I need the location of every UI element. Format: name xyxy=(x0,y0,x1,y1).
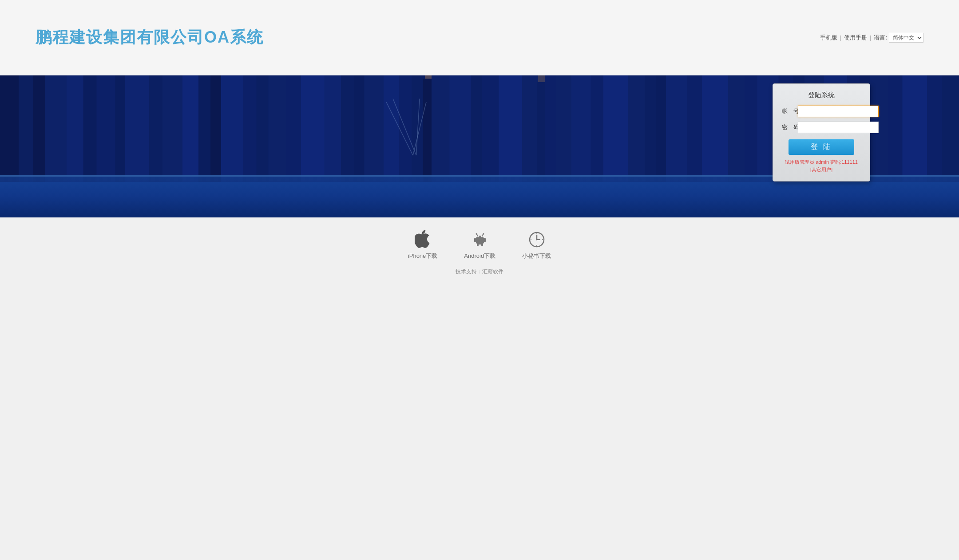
footer-downloads: iPhone下载 xyxy=(0,217,959,284)
android-icon xyxy=(472,232,488,248)
username-row: 帐 号 xyxy=(782,106,861,117)
svg-rect-36 xyxy=(522,75,538,182)
banner: 登陆系统 帐 号 密 码 登 陆 试用版管理员:admin 密码:111111 … xyxy=(0,75,959,217)
svg-point-96 xyxy=(477,236,479,237)
svg-rect-20 xyxy=(269,75,289,182)
top-bar: 鹏程建设集团有限公司OA系统 手机版 | 使用手册 | 语言: 简体中文 xyxy=(0,0,959,75)
iphone-icon-wrap xyxy=(413,230,432,249)
water xyxy=(0,175,959,217)
svg-rect-2 xyxy=(33,75,47,182)
svg-rect-0 xyxy=(0,75,20,182)
svg-rect-42 xyxy=(603,75,630,182)
username-input[interactable] xyxy=(798,106,879,117)
svg-rect-47 xyxy=(687,75,704,182)
secretary-icon-wrap xyxy=(527,230,547,249)
svg-rect-34 xyxy=(482,75,501,182)
svg-rect-4 xyxy=(67,75,85,182)
svg-rect-3 xyxy=(45,75,69,182)
tech-support: 技术支持：汇薪软件 xyxy=(0,268,959,276)
clock-icon xyxy=(529,232,545,248)
svg-rect-1 xyxy=(19,75,36,182)
svg-point-93 xyxy=(476,233,477,235)
svg-rect-32 xyxy=(450,75,473,182)
login-title: 登陆系统 xyxy=(782,91,861,99)
download-icons-container: iPhone下载 xyxy=(0,230,959,260)
svg-rect-40 xyxy=(571,75,593,182)
svg-rect-95 xyxy=(476,238,484,244)
svg-rect-46 xyxy=(666,75,690,182)
svg-rect-49 xyxy=(728,75,747,182)
svg-point-94 xyxy=(483,233,484,235)
iphone-download[interactable]: iPhone下载 xyxy=(408,230,437,260)
secretary-download-label: 小秘书下载 xyxy=(522,252,551,260)
apple-icon xyxy=(415,230,431,249)
svg-rect-28 xyxy=(399,75,414,182)
svg-rect-11 xyxy=(162,75,184,182)
svg-rect-6 xyxy=(83,75,98,182)
svg-rect-9 xyxy=(125,75,151,182)
svg-rect-39 xyxy=(556,75,573,182)
svg-rect-21 xyxy=(286,75,303,182)
sep1: | xyxy=(840,34,841,41)
svg-rect-23 xyxy=(325,75,343,182)
lang-label: 语言: xyxy=(874,34,887,42)
svg-rect-27 xyxy=(384,75,401,182)
top-nav: 手机版 | 使用手册 | 语言: 简体中文 xyxy=(820,33,923,43)
password-row: 密 码 xyxy=(782,122,861,133)
svg-rect-60 xyxy=(903,75,929,182)
svg-rect-13 xyxy=(198,75,212,182)
svg-rect-98 xyxy=(474,238,476,242)
iphone-download-label: iPhone下载 xyxy=(408,252,437,260)
svg-rect-10 xyxy=(149,75,164,182)
svg-rect-19 xyxy=(257,75,270,182)
svg-rect-26 xyxy=(365,75,386,182)
svg-rect-22 xyxy=(301,75,326,182)
sep2: | xyxy=(870,34,871,41)
android-download-label: Android下载 xyxy=(464,252,495,260)
password-input[interactable] xyxy=(798,122,879,133)
svg-rect-48 xyxy=(702,75,730,182)
svg-rect-14 xyxy=(210,75,222,182)
login-button[interactable]: 登 陆 xyxy=(789,139,854,155)
svg-rect-7 xyxy=(97,75,117,182)
mobile-link[interactable]: 手机版 xyxy=(820,34,837,42)
svg-rect-50 xyxy=(745,75,759,182)
svg-rect-18 xyxy=(243,75,258,182)
svg-rect-31 xyxy=(432,75,452,182)
svg-rect-41 xyxy=(591,75,606,182)
svg-rect-101 xyxy=(481,243,483,246)
svg-point-97 xyxy=(481,236,482,237)
login-btn-row: 登 陆 xyxy=(782,139,861,155)
svg-rect-12 xyxy=(182,75,200,182)
password-label: 密 码 xyxy=(782,123,798,131)
manual-link[interactable]: 使用手册 xyxy=(844,34,867,42)
android-download[interactable]: Android下载 xyxy=(464,230,495,260)
svg-rect-43 xyxy=(628,75,647,182)
android-icon-wrap xyxy=(470,230,490,249)
svg-rect-35 xyxy=(499,75,524,182)
svg-rect-15 xyxy=(221,75,245,182)
svg-rect-99 xyxy=(484,238,486,242)
secretary-download[interactable]: 小秘书下载 xyxy=(522,230,551,260)
svg-rect-100 xyxy=(477,243,479,246)
login-hint: 试用版管理员:admin 密码:111111 [其它用户] xyxy=(782,158,861,173)
site-title: 鹏程建设集团有限公司OA系统 xyxy=(36,27,264,48)
svg-rect-62 xyxy=(942,75,959,182)
svg-rect-61 xyxy=(927,75,944,182)
lang-select[interactable]: 简体中文 xyxy=(889,33,923,43)
svg-rect-24 xyxy=(341,75,356,182)
login-dialog: 登陆系统 帐 号 密 码 登 陆 试用版管理员:admin 密码:111111 … xyxy=(773,83,870,181)
username-label: 帐 号 xyxy=(782,107,798,115)
